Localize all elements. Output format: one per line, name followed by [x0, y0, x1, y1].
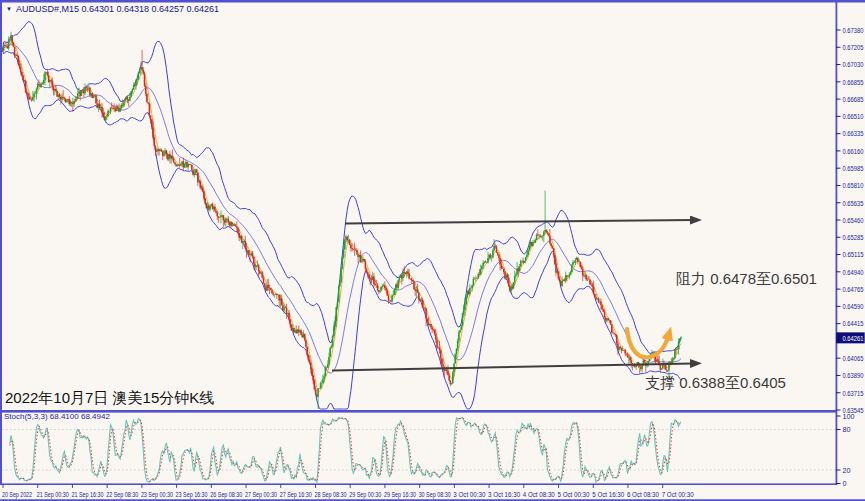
time-axis-label: 29 Sep 00:30 — [349, 491, 381, 499]
price-axis-label: 0.67205 — [843, 43, 864, 52]
price-axis-label: 0.64065 — [843, 354, 864, 363]
time-axis-label: 6 Oct 08:30 — [627, 491, 659, 498]
time-axis-label: 21 Sep 00:30 — [37, 491, 69, 499]
price-axis-label: 0.63890 — [843, 371, 864, 380]
mt4-chart-window: 0.673800.672050.670300.668550.666850.665… — [0, 0, 865, 501]
time-axis-label: 30 Sep 08:30 — [419, 491, 451, 499]
time-axis-label: 22 Sep 08:30 — [106, 491, 138, 499]
time-axis-label: 5 Oct 16:30 — [592, 491, 624, 498]
price-axis-label: 0.66685 — [843, 95, 864, 104]
current-price-label: 0.64261 — [843, 334, 864, 343]
time-axis-label: 26 Sep 08:30 — [210, 491, 242, 499]
price-axis-label: 0.66510 — [843, 112, 864, 121]
price-axis-label: 0.64590 — [843, 302, 864, 311]
chart-canvas[interactable]: 0.673800.672050.670300.668550.666850.665… — [0, 0, 865, 501]
price-axis-label: 0.65635 — [843, 199, 864, 208]
stoch-axis-label: 0 — [843, 479, 847, 488]
price-axis-label: 0.63715 — [843, 389, 864, 398]
price-axis-label: 0.66855 — [843, 78, 864, 87]
time-axis-label: 29 Sep 16:30 — [384, 491, 416, 499]
price-axis-label: 0.64940 — [843, 268, 864, 277]
stoch-axis-label: 20 — [843, 466, 851, 475]
time-axis-label: 21 Sep 16:30 — [71, 491, 103, 499]
price-axis-label: 0.65810 — [843, 181, 864, 190]
price-axis-label: 0.64415 — [843, 319, 864, 328]
time-axis-label: 28 Sep 08:30 — [314, 491, 346, 499]
time-axis-label: 3 Oct 16:30 — [488, 491, 520, 498]
time-axis-label: 7 Oct 00:30 — [662, 491, 694, 498]
price-axis-label: 0.64765 — [843, 285, 864, 294]
price-axis-label: 0.65285 — [843, 233, 864, 242]
time-axis-label: 3 Oct 00:30 — [453, 491, 485, 498]
time-axis-label: 23 Sep 00:30 — [141, 491, 173, 499]
time-axis-label: 5 Oct 00:30 — [558, 491, 590, 498]
time-axis-label: 27 Sep 16:30 — [280, 491, 312, 499]
price-axis-label: 0.67380 — [843, 26, 864, 35]
price-axis-label: 0.65985 — [843, 164, 864, 173]
stoch-axis-label: 80 — [843, 425, 851, 434]
time-axis-label: 4 Oct 08:30 — [523, 491, 555, 498]
stoch-axis-label: 100 — [843, 412, 855, 421]
price-axis-label: 0.66160 — [843, 147, 864, 156]
time-axis-label: 23 Sep 16:30 — [176, 491, 208, 499]
price-axis-label: 0.67030 — [843, 60, 864, 69]
time-axis-label: 20 Sep 2022 — [2, 491, 32, 499]
price-axis-label: 0.65115 — [843, 250, 864, 259]
price-axis-label: 0.65460 — [843, 216, 864, 225]
price-axis-label: 0.66335 — [843, 129, 864, 138]
time-axis-label: 27 Sep 00:30 — [245, 491, 277, 499]
